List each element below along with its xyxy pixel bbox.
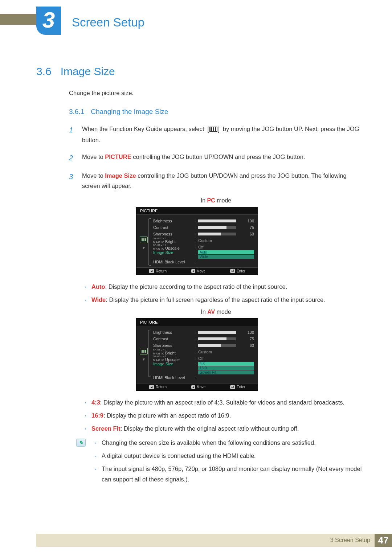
chevron-down-icon: ▼	[142, 357, 146, 361]
list-item: Auto: Display the picture according to t…	[83, 282, 363, 292]
steps-list: 1 When the Function Key Guide appears, s…	[69, 124, 363, 191]
picture-icon	[140, 348, 148, 354]
step-text: Move to PICTURE controlling the JOG butt…	[82, 152, 305, 164]
subsection-number: 3.6.1	[69, 108, 84, 116]
pc-options-list: Auto: Display the picture according to t…	[83, 282, 363, 305]
osd-footer: ◄Return ♦Move ⏎Enter	[136, 267, 258, 275]
chevron-down-icon: ▼	[142, 246, 146, 250]
list-item: A digital output device is connected usi…	[94, 451, 363, 461]
step-number: 2	[69, 152, 75, 164]
menu-icon: []	[207, 124, 220, 135]
page-content: 3.6 Image Size Change the picture size. …	[36, 65, 363, 491]
chapter-number: 3	[42, 9, 55, 33]
osd-footer: ◄Return ♦Move ⏎Enter	[136, 383, 258, 390]
osd-title: PICTURE	[136, 207, 258, 215]
step-number: 1	[69, 124, 75, 145]
osd-active-row: Image Size	[153, 362, 193, 366]
list-item: 4:3: Display the picture with an aspect …	[83, 397, 363, 408]
step-number: 3	[69, 171, 75, 191]
list-item: Changing the screen size is available wh…	[94, 438, 363, 448]
chapter-title: Screen Setup	[72, 16, 144, 29]
subsection-title: Changing the Image Size	[91, 108, 168, 116]
page-number: 47	[375, 534, 392, 547]
section-intro: Change the picture size.	[69, 89, 363, 98]
section-heading: 3.6 Image Size	[36, 65, 363, 78]
osd-active-row: Image Size	[153, 250, 193, 255]
list-item: Wide: Display the picture in full screen…	[83, 295, 363, 305]
step-1: 1 When the Function Key Guide appears, s…	[69, 124, 363, 145]
mode-av-label: In AV mode	[69, 309, 363, 315]
section-number: 3.6	[36, 65, 52, 78]
footer-breadcrumb: 3 Screen Setup	[330, 537, 370, 543]
osd-screenshot-pc: PICTURE ▼ Brightness:100 Contrast:75 Sha…	[136, 207, 258, 275]
note-icon: ✎	[76, 439, 86, 447]
subsection-heading: 3.6.1 Changing the Image Size	[69, 108, 363, 116]
chapter-number-box: 3	[36, 7, 61, 35]
mode-pc-label: In PC mode	[69, 197, 363, 204]
step-2: 2 Move to PICTURE controlling the JOG bu…	[69, 152, 363, 164]
note-block: ✎ Changing the screen size is available …	[76, 438, 363, 491]
osd-screenshot-av: PICTURE ▼ Brightness:100 Contrast:75 Sha…	[136, 318, 258, 391]
list-item: 16:9: Display the picture with an aspect…	[83, 410, 363, 421]
picture-icon	[140, 237, 148, 243]
step-text: Move to Image Size controlling the JOG b…	[82, 171, 363, 191]
av-options-list: 4:3: Display the picture with an aspect …	[83, 397, 363, 434]
note-list: Changing the screen size is available wh…	[94, 438, 363, 487]
step-text: When the Function Key Guide appears, sel…	[82, 124, 363, 145]
step-3: 3 Move to Image Size controlling the JOG…	[69, 171, 363, 191]
list-item: Screen Fit: Display the picture with the…	[83, 423, 363, 434]
page-footer: 3 Screen Setup 47	[36, 534, 392, 547]
list-item: The input signal is 480p, 576p, 720p, or…	[94, 464, 363, 485]
section-title: Image Size	[61, 65, 115, 78]
osd-title: PICTURE	[136, 319, 258, 326]
